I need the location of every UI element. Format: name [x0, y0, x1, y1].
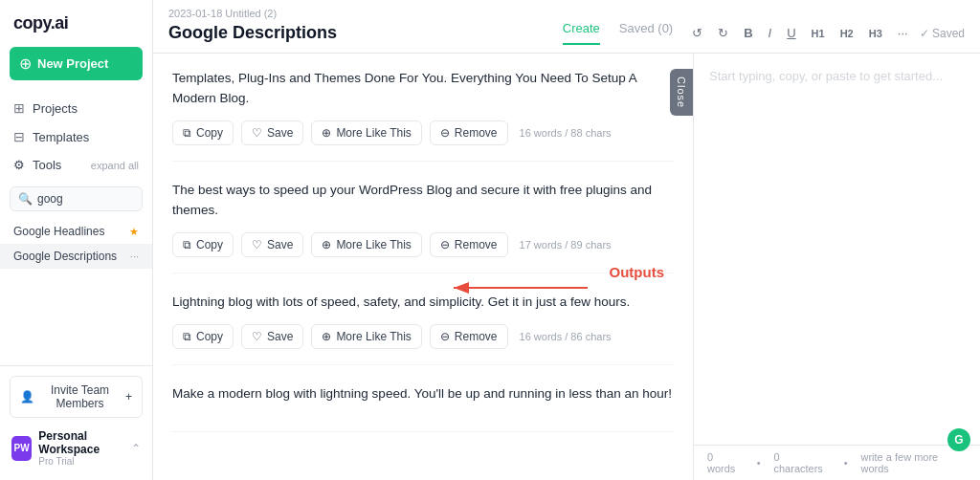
remove-button-1[interactable]: ⊖ Remove — [430, 120, 508, 145]
copy-button-1[interactable]: ⧉ Copy — [172, 120, 234, 145]
remove-button-3[interactable]: ⊖ Remove — [430, 324, 508, 349]
copy-icon-3: ⧉ — [183, 330, 191, 343]
invite-label: Invite Team Members — [40, 383, 120, 410]
remove-button-2[interactable]: ⊖ Remove — [430, 232, 508, 257]
expand-all-label: expand all — [91, 160, 139, 171]
breadcrumb: 2023-01-18 Untitled (2) — [168, 8, 965, 19]
output-actions-1: ⧉ Copy ♡ Save ⊕ More Like This ⊖ Remove — [172, 120, 674, 145]
more-like-this-icon-3: ⊕ — [322, 330, 331, 343]
output-item-3: Lightning blog with lots of speed, safet… — [172, 293, 674, 365]
word-count-2: 17 words / 89 chars — [520, 239, 612, 251]
tools-icon: ⚙ — [13, 158, 25, 172]
workspace-name: Personal Workspace — [38, 429, 131, 456]
output-item-1: Templates, Plug-Ins and Themes Done For … — [172, 69, 674, 162]
h3-button[interactable]: H3 — [865, 26, 886, 41]
tab-saved[interactable]: Saved (0) — [619, 21, 673, 45]
google-descriptions-label: Google Descriptions — [13, 250, 117, 263]
output-actions-3: ⧉ Copy ♡ Save ⊕ More Like This ⊖ Remove — [172, 324, 674, 349]
sidebar-item-projects-label: Projects — [33, 101, 78, 116]
plus-icon: ⊕ — [19, 55, 32, 73]
workspace-row[interactable]: PW Personal Workspace Pro Trial ⌃ — [10, 425, 143, 470]
heart-icon-3: ♡ — [252, 330, 262, 343]
main-header: 2023-01-18 Untitled (2) Google Descripti… — [153, 0, 980, 54]
editor-hint: write a few more words — [859, 451, 969, 474]
new-project-button[interactable]: ⊕ New Project — [10, 47, 143, 80]
content-area: Close Templates, Plug-Ins and Themes Don… — [153, 54, 980, 480]
tab-create[interactable]: Create — [563, 21, 600, 45]
invite-team-members-button[interactable]: 👤 Invite Team Members + — [10, 376, 143, 418]
more-button[interactable]: ··· — [894, 24, 912, 42]
sidebar-item-tools-label: Tools — [33, 158, 61, 172]
logo: copy.ai — [13, 13, 68, 33]
italic-button[interactable]: I — [765, 24, 776, 42]
copy-button-3[interactable]: ⧉ Copy — [172, 324, 234, 349]
logo-area: copy.ai — [0, 0, 152, 43]
sidebar-list-item-google-descriptions[interactable]: Google Descriptions ··· — [0, 244, 152, 269]
output-text-4: Make a modern blog with lightning speed.… — [172, 384, 674, 404]
header-toolbar: ↺ ↻ B I U H1 H2 H3 ··· ✓ Saved — [688, 24, 965, 42]
workspace-avatar: PW — [11, 436, 32, 461]
word-count-1: 16 words / 88 chars — [520, 127, 612, 139]
header-title-row: Google Descriptions Create Saved (0) ↺ ↻… — [168, 21, 965, 53]
copy-button-2[interactable]: ⧉ Copy — [172, 232, 234, 257]
search-input[interactable] — [37, 192, 134, 206]
save-button-2[interactable]: ♡ Save — [241, 232, 303, 257]
output-text-3: Lightning blog with lots of speed, safet… — [172, 293, 674, 313]
workspace-plan: Pro Trial — [38, 456, 131, 467]
output-item-2: The best ways to speed up your WordPress… — [172, 181, 674, 273]
sidebar-list-item-google-headlines[interactable]: Google Headlines ★ — [0, 219, 152, 244]
copy-icon-1: ⧉ — [183, 126, 191, 140]
output-item-4: Make a modern blog with lightning speed.… — [172, 384, 674, 432]
editor-panel: Start typing, copy, or paste to get star… — [693, 54, 980, 480]
save-button-3[interactable]: ♡ Save — [241, 324, 303, 349]
redo-button[interactable]: ↻ — [714, 24, 732, 42]
bold-button[interactable]: B — [740, 24, 756, 42]
main: 2023-01-18 Untitled (2) Google Descripti… — [153, 0, 980, 480]
item-menu-icon: ··· — [130, 251, 139, 262]
more-like-this-icon-1: ⊕ — [322, 126, 331, 140]
more-like-this-button-3[interactable]: ⊕ More Like This — [311, 324, 421, 349]
copy-icon-2: ⧉ — [183, 238, 191, 251]
output-text-2: The best ways to speed up your WordPress… — [172, 181, 674, 221]
projects-icon: ⊞ — [13, 100, 25, 116]
word-count-3: 16 words / 86 chars — [520, 331, 612, 342]
h1-button[interactable]: H1 — [808, 26, 829, 41]
remove-icon-3: ⊖ — [440, 330, 450, 343]
heart-icon-2: ♡ — [252, 238, 262, 251]
char-count-footer: 0 characters — [772, 451, 833, 474]
output-text-1: Templates, Plug-Ins and Themes Done For … — [172, 69, 674, 109]
editor-placeholder[interactable]: Start typing, copy, or paste to get star… — [694, 54, 980, 445]
sidebar-nav: ⊞ Projects ⊟ Templates ⚙ Tools expand al… — [0, 90, 152, 183]
underline-button[interactable]: U — [783, 24, 799, 42]
remove-icon-2: ⊖ — [440, 238, 450, 251]
heart-icon-1: ♡ — [252, 126, 262, 140]
sidebar: copy.ai ⊕ New Project ⊞ Projects ⊟ Templ… — [0, 0, 153, 480]
output-panel[interactable]: Close Templates, Plug-Ins and Themes Don… — [153, 54, 693, 480]
invite-plus-icon: + — [125, 390, 132, 404]
sidebar-item-templates[interactable]: ⊟ Templates — [0, 122, 152, 151]
sidebar-item-projects[interactable]: ⊞ Projects — [0, 94, 152, 122]
more-like-this-icon-2: ⊕ — [322, 238, 331, 251]
workspace-chevron-icon: ⌃ — [131, 442, 141, 455]
search-icon: 🔍 — [18, 192, 33, 206]
close-button[interactable]: Close — [670, 69, 693, 116]
sidebar-item-tools[interactable]: ⚙ Tools expand all — [0, 151, 152, 179]
sidebar-item-templates-label: Templates — [33, 130, 89, 144]
more-like-this-button-2[interactable]: ⊕ More Like This — [311, 232, 421, 257]
page-title: Google Descriptions — [168, 23, 337, 43]
more-like-this-button-1[interactable]: ⊕ More Like This — [311, 120, 421, 145]
header-tabs: Create Saved (0) — [563, 21, 673, 45]
star-icon: ★ — [129, 226, 139, 238]
output-actions-2: ⧉ Copy ♡ Save ⊕ More Like This ⊖ Remove — [172, 232, 674, 257]
h2-button[interactable]: H2 — [836, 26, 858, 41]
templates-icon: ⊟ — [13, 129, 25, 144]
undo-button[interactable]: ↺ — [688, 24, 706, 42]
saved-status: ✓ Saved — [920, 27, 965, 40]
outputs-annotation-label: Outputs — [610, 264, 665, 280]
remove-icon-1: ⊖ — [440, 126, 450, 140]
new-project-label: New Project — [37, 56, 108, 71]
word-count-footer: 0 words — [705, 451, 746, 474]
search-box[interactable]: 🔍 — [10, 186, 143, 211]
workspace-initials: PW — [14, 443, 30, 453]
save-button-1[interactable]: ♡ Save — [241, 120, 303, 145]
